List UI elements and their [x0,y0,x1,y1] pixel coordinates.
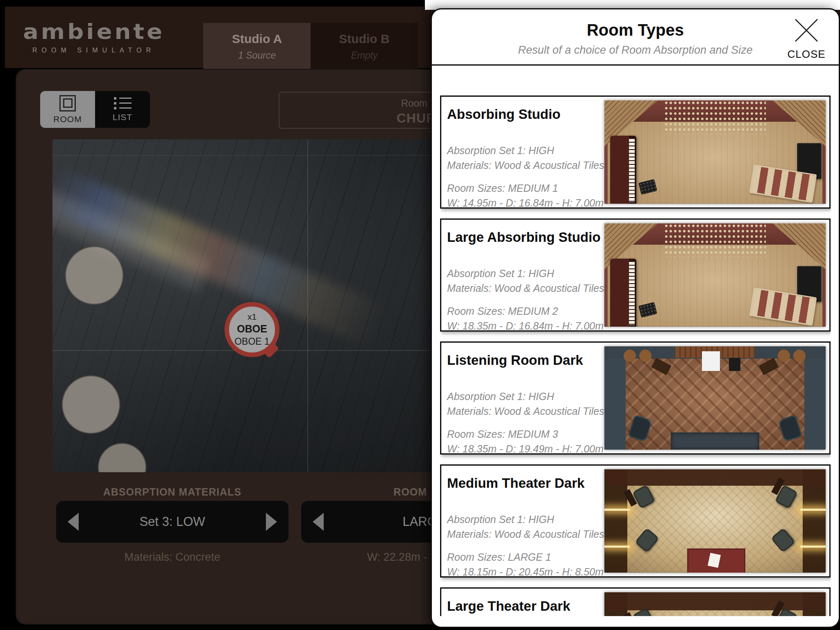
source-marker-oboe[interactable]: x1 OBOE OBOE 1 [225,302,279,357]
card-size-info: Room Sizes: MEDIUM 2 W: 18.35m - D: 16.8… [447,304,623,333]
corner-panel-shape [772,100,826,146]
card-absorption-set: Absorption Set 1: HIGH [447,512,623,527]
marker-name: OBOE [237,323,267,335]
modal-title: Room Types [432,21,839,39]
room-view-icon [59,95,76,111]
card-listening-room-dark[interactable]: Listening Room Dark Absorption Set 1: HI… [440,341,831,455]
absorption-selector[interactable]: Set 3: LOW [56,501,288,543]
app-root: ambiente ROOM SIMULATOR Studio A 1 Sourc… [0,0,840,630]
card-size-info: Room Sizes: MEDIUM 3 W: 18.35m - D: 19.4… [447,427,623,456]
light-beam-shape [800,546,826,548]
prev-arrow-icon[interactable] [68,513,79,531]
absorption-selector-value: Set 3: LOW [56,501,288,543]
room-viewport[interactable]: x1 OBOE OBOE 1 [52,139,434,472]
room-type-card-list: Absorbing Studio Absorption Set 1: HIGH … [440,67,831,616]
room-preview-image [604,469,826,573]
view-toggle: ROOM LIST [40,91,150,128]
absorption-materials-heading: ABSORPTION MATERIALS [56,486,288,498]
room-preview-image [604,346,826,450]
card-absorption-info: Absorption Set 1: HIGH Materials: Wood &… [447,512,623,541]
card-size-info: Room Sizes: MEDIUM 1 W: 14.95m - D: 16.8… [447,181,623,210]
screen-shape [702,351,720,371]
card-materials: Materials: Wood & Acoustical Tiles [447,527,623,542]
chair-shape [632,607,656,616]
card-absorbing-studio[interactable]: Absorbing Studio Absorption Set 1: HIGH … [440,96,831,209]
speaker-shape [758,358,779,375]
card-size-info: Room Sizes: LARGE 1 W: 18.15m - D: 20.45… [447,550,623,579]
card-absorption-info: Absorption Set 1: HIGH Materials: Wood &… [447,389,623,418]
lens-flare-shape [52,166,389,348]
card-absorption-set: Absorption Set 1: HIGH [447,389,623,404]
card-absorption-info: Absorption Set 1: HIGH Materials: Wood &… [447,266,623,296]
chair-shape [775,607,798,616]
tab-studio-b-sublabel: Empty [311,50,418,61]
room-grid-line [307,139,308,472]
card-room-size: Room Sizes: MEDIUM 2 [447,304,623,319]
marker-count: x1 [247,312,257,322]
armchair-shape [777,414,802,442]
chair-shape [632,484,656,509]
card-dimensions: W: 18.15m - D: 20.45m - H: 8.50m [447,565,623,580]
card-materials: Materials: Wood & Acoustical Tiles [447,281,623,296]
modal-divider [432,64,839,66]
card-absorption-set: Absorption Set 1: HIGH [447,143,623,158]
close-button[interactable]: CLOSE [784,16,829,61]
chair-shape [771,528,795,553]
control-pad-shape [638,302,657,318]
card-absorption-info: Absorption Set 1: HIGH Materials: Wood &… [447,143,623,173]
list-view-label: LIST [113,112,132,122]
logo-wordmark: ambiente [22,21,166,43]
card-title: Medium Theater Dark [447,475,619,491]
card-materials: Materials: Wood & Acoustical Tiles [447,404,623,419]
chair-shape [635,528,659,553]
control-pad-shape [638,179,657,195]
card-absorption-set: Absorption Set 1: HIGH [447,266,623,281]
card-materials: Materials: Wood & Acoustical Tiles [447,158,623,173]
app-logo: ambiente ROOM SIMULATOR [22,20,166,54]
room-preview-image [604,592,826,616]
room-preview-image [604,100,826,204]
next-arrow-icon[interactable] [266,513,277,531]
room-view-button[interactable]: ROOM [40,91,95,128]
absorption-materials-detail: Materials: Concrete [56,551,288,564]
stools-shape [776,348,808,364]
prev-arrow-icon[interactable] [313,513,324,531]
tab-studio-b[interactable]: Studio B Empty [311,23,418,71]
modal-subtitle: Result of a choice of Room Absorption an… [432,44,839,57]
light-beam-shape [604,509,630,511]
list-view-button[interactable]: LIST [95,91,150,128]
light-beam-shape [800,509,826,511]
card-large-theater-dark[interactable]: Large Theater Dark [440,587,831,616]
card-title: Large Theater Dark [447,598,619,614]
marker-circle: x1 OBOE OBOE 1 [225,302,279,357]
logo-tagline: ROOM SIMULATOR [22,47,166,54]
card-room-size: Room Sizes: LARGE 1 [447,550,623,565]
table-shape [687,548,745,573]
card-medium-theater-dark[interactable]: Medium Theater Dark Absorption Set 1: HI… [440,464,831,578]
card-room-size: Room Sizes: MEDIUM 1 [447,181,623,196]
tab-studio-a-sublabel: 1 Source [203,50,311,61]
piano-shape [610,259,636,327]
light-beam-shape [604,546,630,548]
room-preview-image [604,223,826,327]
stools-shape [622,348,654,364]
speaker-shape [651,358,671,375]
armchair-shape [627,414,652,442]
room-grid-line [52,155,434,156]
room-types-modal: Room Types Result of a choice of Room Ab… [431,8,840,628]
card-title: Large Absorbing Studio [447,230,619,245]
tab-studio-a-label: Studio A [203,32,311,46]
marker-instance: OBOE 1 [234,336,270,347]
card-large-absorbing-studio[interactable]: Large Absorbing Studio Absorption Set 1:… [440,218,831,332]
close-label: CLOSE [784,48,829,61]
room-view-label: ROOM [53,114,82,124]
corner-panel-shape [772,223,826,269]
card-dimensions: W: 14.95m - D: 16.84m - H: 7.00m [447,196,623,211]
chair-shape [775,484,798,509]
card-title: Listening Room Dark [447,353,619,368]
card-dimensions: W: 18.35m - D: 19.49m - H: 7.00m [447,442,623,457]
tab-studio-a[interactable]: Studio A 1 Source [203,23,311,71]
rug-shape [671,432,759,450]
card-title: Absorbing Studio [447,107,619,122]
card-room-size: Room Sizes: MEDIUM 3 [447,427,623,442]
